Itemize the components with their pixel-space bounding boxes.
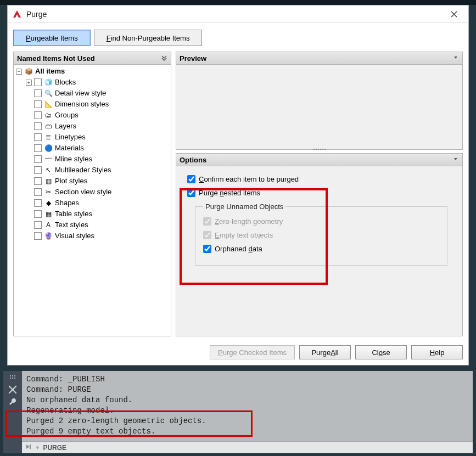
tree-checkbox[interactable] <box>34 89 42 97</box>
tab-find-non-purgeable[interactable]: Find Non-Purgeable Items <box>94 30 203 46</box>
tree-checkbox[interactable] <box>34 155 42 163</box>
tree-item-label[interactable]: Layers <box>55 121 76 132</box>
resize-grip[interactable] <box>309 147 331 151</box>
tree-item-label[interactable]: Text styles <box>55 219 88 230</box>
tree-item[interactable]: 🔵Materials <box>26 143 171 154</box>
tree-root-label[interactable]: All items <box>35 66 65 77</box>
tree-item[interactable]: 🗂Groups <box>26 110 171 121</box>
command-gutter <box>3 371 22 453</box>
tree-item[interactable]: 〰Mline styles <box>26 154 171 165</box>
tree-checkbox[interactable] <box>34 232 42 240</box>
command-log[interactable]: Command: _PUBLISH Command: PURGE No orph… <box>22 371 473 441</box>
tree-checkbox[interactable] <box>34 210 42 218</box>
tree-item-label[interactable]: Linetypes <box>55 132 86 143</box>
mline-icon: 〰 <box>44 155 53 164</box>
tree-item[interactable]: 🔍Detail view style <box>26 88 171 99</box>
checkbox-nested[interactable]: Purge nested items <box>187 189 451 197</box>
svg-rect-6 <box>30 444 31 449</box>
purge-all-button[interactable]: Purge All <box>299 345 351 359</box>
close-panel-icon[interactable] <box>8 385 17 394</box>
preview-area <box>176 65 463 150</box>
purge-dialog: Purge Purgeable Items Find Non-Purgeable… <box>7 5 469 365</box>
tree-item[interactable]: 🔮Visual styles <box>26 230 171 241</box>
app-icon <box>12 9 22 19</box>
tree-item-label[interactable]: Mline styles <box>55 154 92 165</box>
close-icon[interactable] <box>443 6 465 22</box>
tree-item[interactable]: ◆Shapes <box>26 198 171 209</box>
svg-point-5 <box>14 378 15 379</box>
item-tree[interactable]: −📦All items+🧊Blocks🔍Detail view style📐Di… <box>14 66 171 241</box>
tree-item[interactable]: ✂Section view style <box>26 187 171 198</box>
tree-checkbox[interactable] <box>34 166 42 174</box>
checkbox-orphaned-data[interactable]: Orphaned data <box>203 245 439 253</box>
tree-item[interactable]: ≣Linetypes <box>26 132 171 143</box>
group-legend: Purge Unnamed Objects <box>203 202 285 211</box>
tree-item-label[interactable]: Blocks <box>55 77 76 88</box>
tree-item-label[interactable]: Multileader Styles <box>55 165 111 176</box>
tree-checkbox[interactable] <box>34 177 42 185</box>
named-items-title: Named Items Not Used <box>17 54 95 63</box>
tree-item[interactable]: ▥Plot styles <box>26 176 171 187</box>
command-panel: Command: _PUBLISH Command: PURGE No orph… <box>3 371 473 453</box>
tree-item-label[interactable]: Plot styles <box>55 176 87 187</box>
tree-item[interactable]: +🧊Blocks <box>26 77 171 88</box>
expand-toggle[interactable]: − <box>16 69 22 75</box>
tree-checkbox[interactable] <box>34 133 42 141</box>
tree-checkbox[interactable] <box>34 111 42 119</box>
tree-item[interactable]: 📐Dimension styles <box>26 99 171 110</box>
options-header[interactable]: Options <box>176 153 463 166</box>
preview-header[interactable]: Preview <box>176 52 463 65</box>
checkbox-zero-length: Zero-length geometry <box>203 217 439 226</box>
chevron-down-icon[interactable] <box>161 54 167 63</box>
tree-item[interactable]: AText styles <box>26 219 171 230</box>
options-panel: Options Confirm each item to be purged P… <box>176 153 463 336</box>
tree-checkbox[interactable] <box>34 100 42 108</box>
collapse-icon[interactable] <box>452 156 459 164</box>
dropdown-icon[interactable]: ▾ <box>35 443 40 452</box>
text-icon: A <box>44 221 53 229</box>
command-input[interactable]: ▾ PURGE <box>22 441 473 453</box>
tree-checkbox[interactable] <box>34 188 42 196</box>
checkbox-confirm[interactable]: Confirm each item to be purged <box>187 175 451 183</box>
tree-item-label[interactable]: Detail view style <box>55 88 106 99</box>
svg-point-3 <box>10 378 11 379</box>
tree-checkbox[interactable] <box>34 144 42 152</box>
shapes-icon: ◆ <box>44 199 53 207</box>
tree-item-label[interactable]: Table styles <box>55 209 92 219</box>
tree-item[interactable]: ▦Table styles <box>26 209 171 219</box>
titlebar: Purge <box>8 5 468 23</box>
tree-item-label[interactable]: Visual styles <box>55 230 94 241</box>
checkbox-empty-text: Empty text objects <box>203 231 439 239</box>
detailview-icon: 🔍 <box>44 89 53 98</box>
tree-checkbox[interactable] <box>34 78 42 86</box>
materials-icon: 🔵 <box>44 144 53 153</box>
tree-item-label[interactable]: Groups <box>55 110 79 121</box>
tree-checkbox[interactable] <box>34 221 42 229</box>
preview-panel: Preview <box>176 52 463 150</box>
table-icon: ▦ <box>44 210 53 218</box>
expand-toggle[interactable]: + <box>26 80 32 86</box>
drag-handle-icon[interactable] <box>8 373 17 382</box>
close-button[interactable]: Close <box>355 345 407 359</box>
plot-icon: ▥ <box>44 177 53 185</box>
tree-checkbox[interactable] <box>34 199 42 207</box>
dialog-title: Purge <box>26 10 443 19</box>
block-icon: 🧊 <box>44 78 53 87</box>
tree-item-label[interactable]: Materials <box>55 143 84 154</box>
named-items-header[interactable]: Named Items Not Used <box>13 52 171 65</box>
section-icon: ✂ <box>44 188 53 196</box>
tree-item-label[interactable]: Dimension styles <box>55 99 109 110</box>
tab-purgeable-items[interactable]: Purgeable Items <box>13 30 91 46</box>
wrench-icon[interactable] <box>8 397 17 406</box>
tree-item-label[interactable]: Shapes <box>55 198 79 209</box>
collapse-icon[interactable] <box>452 54 459 63</box>
tree-checkbox[interactable] <box>34 122 42 130</box>
named-items-panel: Named Items Not Used −📦All items+🧊Blocks… <box>13 52 171 336</box>
svg-point-4 <box>12 378 13 379</box>
tree-item[interactable]: ↖Multileader Styles <box>26 165 171 176</box>
tree-item-label[interactable]: Section view style <box>55 187 111 198</box>
groups-icon: 🗂 <box>44 111 53 120</box>
help-button[interactable]: Help <box>411 345 463 359</box>
all-items-icon: 📦 <box>24 67 33 76</box>
tree-item[interactable]: 🗃Layers <box>26 121 171 132</box>
